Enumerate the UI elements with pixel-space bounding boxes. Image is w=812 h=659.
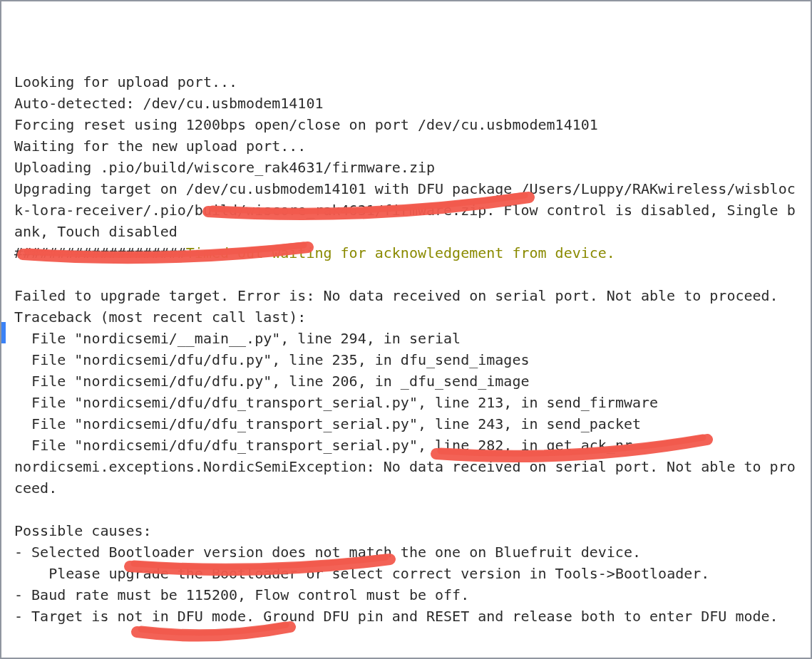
terminal-line: Forcing reset using 1200bps open/close o… [14,114,798,135]
terminal-line: Upgrading target on /dev/cu.usbmodem1410… [14,178,798,242]
terminal-line: Please upgrade the Bootloader or select … [14,563,798,584]
terminal-line: nordicsemi.exceptions.NordicSemiExceptio… [14,456,798,499]
terminal-line: Waiting for the new upload port... [14,135,798,157]
terminal-line: File "nordicsemi/dfu/dfu_transport_seria… [14,413,798,435]
terminal-line [14,264,798,285]
terminal-line: Possible causes: [14,520,798,541]
terminal-line: Auto-detected: /dev/cu.usbmodem14101 [14,93,798,114]
terminal-output: Looking for upload port...Auto-detected:… [0,0,812,659]
text: #################### [14,244,186,261]
terminal-lines: Looking for upload port...Auto-detected:… [14,71,798,627]
selection-marker [1,322,6,343]
terminal-line [14,499,798,520]
terminal-line: - Selected Bootloader version does not m… [14,541,798,563]
terminal-line: File "nordicsemi/dfu/dfu_transport_seria… [14,435,798,456]
annotation-underline [137,627,290,636]
terminal-line: Looking for upload port... [14,71,798,93]
terminal-line: Traceback (most recent call last): [14,306,798,328]
terminal-line: - Target is not in DFU mode. Ground DFU … [14,606,798,627]
terminal-line: Uploading .pio/build/wiscore_rak4631/fir… [14,157,798,178]
terminal-line: File "nordicsemi/__main__.py", line 294,… [14,328,798,349]
terminal-line: - Baud rate must be 115200, Flow control… [14,584,798,606]
terminal-line: File "nordicsemi/dfu/dfu.py", line 235, … [14,349,798,370]
terminal-line: File "nordicsemi/dfu/dfu.py", line 206, … [14,370,798,392]
terminal-line: ####################Timed out waiting fo… [14,242,798,264]
terminal-line: Failed to upgrade target. Error is: No d… [14,285,798,306]
terminal-line: File "nordicsemi/dfu/dfu_transport_seria… [14,392,798,413]
warn-text: Timed out waiting for acknowledgement fr… [186,244,615,261]
